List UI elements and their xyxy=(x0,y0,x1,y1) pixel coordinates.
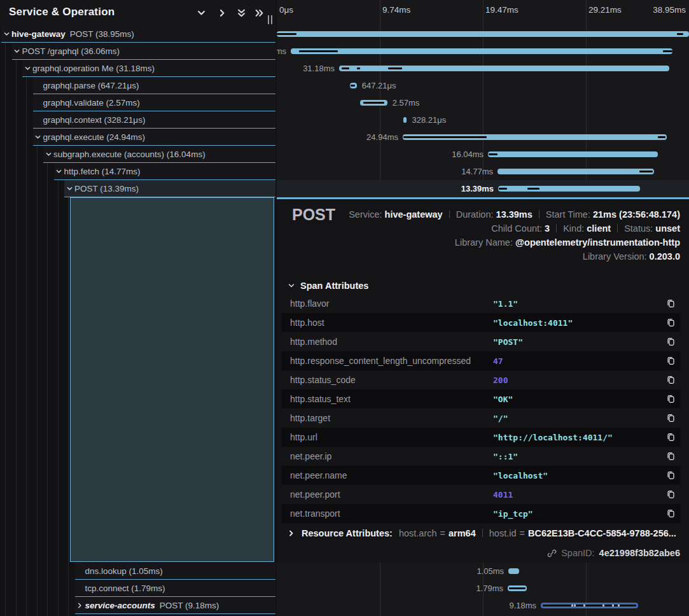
tree-row[interactable]: graphql.operation Me (31.18ms) xyxy=(22,60,275,77)
meta-label: Start Time: xyxy=(546,209,593,220)
span-bar-row[interactable]: 13.39ms xyxy=(277,180,689,197)
span-bar-row[interactable]: 9.18ms xyxy=(277,597,689,614)
copy-icon[interactable] xyxy=(661,470,680,480)
detail-meta-line: Child Count: 3Kind: clientStatus: unset xyxy=(349,221,680,235)
attribute-key: http.flavor xyxy=(282,298,493,309)
span-operation-label: POST (9.18ms) xyxy=(160,601,219,610)
span-bar-row[interactable]: 38.95ms xyxy=(277,25,689,43)
tree-row[interactable]: graphql.execute (24.94ms) xyxy=(33,129,276,146)
tree-row[interactable]: hive-gatewayPOST (38.95ms) xyxy=(1,25,275,43)
attribute-key: net.peer.ip xyxy=(282,451,493,461)
meta-label: Kind: xyxy=(563,223,587,234)
chevron-down-icon[interactable] xyxy=(22,65,32,72)
bar-duration-label: 31.18ms xyxy=(303,64,335,73)
copy-icon[interactable] xyxy=(661,432,680,442)
tree-row[interactable]: POST /graphql (36.06ms) xyxy=(12,43,276,60)
span-operation-label: graphql.operation Me (31.18ms) xyxy=(32,64,155,73)
link-icon[interactable] xyxy=(547,549,557,558)
span-bar-row[interactable]: 1.05ms xyxy=(277,563,689,580)
span-duration-bar[interactable] xyxy=(488,151,658,157)
resource-attributes-row[interactable]: Resource Attributes: host.arch=arm64host… xyxy=(288,528,676,538)
tree-row[interactable]: graphql.context (328.21μs) xyxy=(33,111,276,129)
meta-value: 3 xyxy=(545,223,550,234)
span-duration-bar[interactable] xyxy=(508,568,519,574)
attribute-row: http.status_text"OK" xyxy=(282,389,680,409)
chevron-down-icon[interactable] xyxy=(1,31,11,38)
child-span-mark xyxy=(388,67,402,69)
ruler-tick-label: 0μs xyxy=(279,5,293,15)
bar-duration-label: 36.06ms xyxy=(277,46,286,56)
span-duration-bar[interactable] xyxy=(498,186,640,192)
chevron-down-icon[interactable] xyxy=(64,185,74,192)
attribute-value: "localhost:4011" xyxy=(493,318,661,328)
child-span-mark xyxy=(499,188,506,190)
span-attributes-section-header[interactable]: Span Attributes xyxy=(288,281,368,291)
chevron-right-icon[interactable] xyxy=(75,602,85,609)
span-bar-row[interactable]: 24.94ms xyxy=(277,129,689,146)
copy-icon[interactable] xyxy=(661,394,680,404)
attribute-row: net.peer.ip"::1" xyxy=(282,447,680,466)
span-bar-row[interactable]: 14.77ms xyxy=(277,163,689,180)
tree-row[interactable]: subgraph.execute (accounts) (16.04ms) xyxy=(43,146,275,163)
copy-icon[interactable] xyxy=(661,356,680,366)
tree-row[interactable]: graphql.validate (2.57ms) xyxy=(33,94,276,111)
detail-meta-line: Service: hive-gatewayDuration: 13.39msSt… xyxy=(349,207,680,221)
span-bar-row[interactable]: 1.79ms xyxy=(277,580,689,597)
chevron-down-icon[interactable] xyxy=(43,151,53,158)
meta-value: hive-gateway xyxy=(385,209,443,220)
chevron-down-icon[interactable] xyxy=(33,134,43,141)
span-bar-row[interactable]: 2.57ms xyxy=(277,94,689,111)
resource-key: host.id xyxy=(489,528,517,538)
meta-label: Status: xyxy=(624,223,655,234)
chevron-down-icon[interactable] xyxy=(54,168,64,175)
child-span-mark xyxy=(489,153,498,155)
tree-row[interactable]: POST (13.39ms) xyxy=(64,180,275,197)
resource-value: BC62E13B-C4CC-5854-9788-256... xyxy=(528,528,676,538)
chevron-down-icon[interactable] xyxy=(12,48,22,55)
double-chevron-down-icon[interactable] xyxy=(234,6,248,19)
tree-row[interactable]: dns.lookup (1.05ms) xyxy=(75,563,276,580)
tree-row[interactable]: graphql.parse (647.21μs) xyxy=(33,77,276,94)
attribute-key: http.target xyxy=(282,413,493,423)
copy-icon[interactable] xyxy=(661,318,680,328)
copy-icon[interactable] xyxy=(661,375,680,385)
selected-span-overlay xyxy=(70,197,274,562)
copy-icon[interactable] xyxy=(661,508,680,519)
span-duration-bar[interactable] xyxy=(277,31,689,37)
attribute-key: http.method xyxy=(282,337,493,347)
event-dot xyxy=(574,605,576,606)
span-bar-row[interactable]: 647.21μs xyxy=(277,77,689,94)
attribute-key: http.response_content_length_uncompresse… xyxy=(282,356,493,366)
meta-label: Duration: xyxy=(456,209,496,220)
tree-row[interactable]: http.fetch (14.77ms) xyxy=(54,163,276,180)
attributes-table: http.flavor"1.1"http.host"localhost:4011… xyxy=(282,294,680,523)
attribute-key: net.peer.port xyxy=(282,489,493,500)
span-operation-label: graphql.validate (2.57ms) xyxy=(43,98,140,108)
resource-attributes-title: Resource Attributes: xyxy=(302,528,393,538)
copy-icon[interactable] xyxy=(661,337,680,347)
span-bar-row[interactable]: 31.18ms xyxy=(277,60,689,77)
attribute-row: http.target"/" xyxy=(282,409,680,428)
copy-icon[interactable] xyxy=(661,451,680,461)
span-bar-row[interactable]: 16.04ms xyxy=(277,146,689,163)
span-duration-bar[interactable] xyxy=(403,117,407,123)
tree-row[interactable]: tcp.connect (1.79ms) xyxy=(75,580,276,597)
ruler-tick-label: 9.74ms xyxy=(382,5,410,15)
resource-key: host.arch xyxy=(399,528,437,538)
tree-row[interactable]: service-accountsPOST (9.18ms) xyxy=(75,597,276,614)
span-duration-bar[interactable] xyxy=(498,169,654,174)
child-span-mark xyxy=(403,136,487,138)
attribute-value: "::1" xyxy=(493,452,661,461)
double-chevron-right-icon[interactable] xyxy=(252,6,266,19)
child-span-mark xyxy=(658,136,665,138)
copy-icon[interactable] xyxy=(661,413,680,423)
span-bar-row[interactable]: 328.21μs xyxy=(277,111,689,129)
span-duration-bar[interactable] xyxy=(291,48,672,54)
copy-icon[interactable] xyxy=(661,489,680,500)
panel-resize-handle[interactable] xyxy=(268,15,274,24)
copy-icon[interactable] xyxy=(661,298,680,309)
span-bar-row[interactable]: 36.06ms xyxy=(277,43,689,60)
chevron-right-icon[interactable] xyxy=(215,6,229,19)
chevron-down-icon[interactable] xyxy=(194,6,208,19)
attribute-value: "OK" xyxy=(493,395,661,404)
